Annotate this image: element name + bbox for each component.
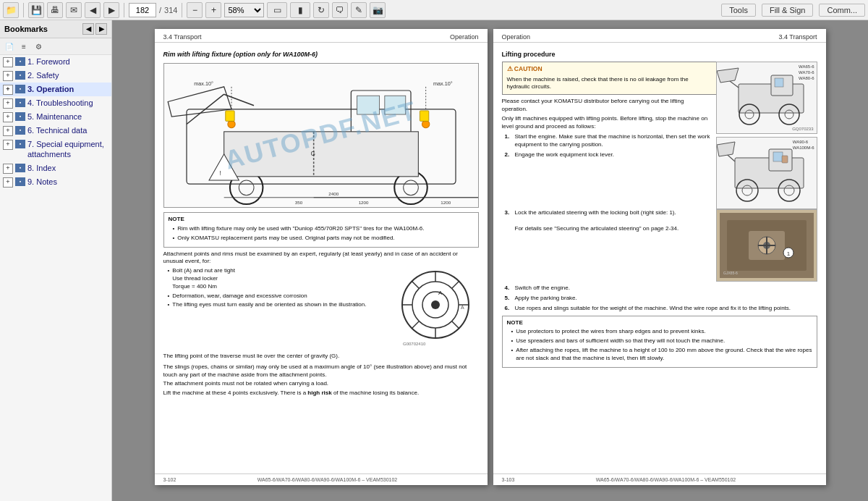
email-button[interactable]: ✉ bbox=[66, 2, 82, 18]
diagram1-svg bbox=[717, 62, 811, 127]
left-lower-section: Bolt (A) and nut are tightUse thread loc… bbox=[163, 267, 479, 350]
step1-text: Start the engine. Make sure that the mac… bbox=[515, 133, 710, 149]
expand-button[interactable]: ▶ bbox=[95, 23, 107, 35]
sidebar-label-index: 8. Index bbox=[27, 163, 109, 173]
loader-svg: max.10° max.10° 1200 1200 2400 bbox=[164, 64, 478, 207]
fit-page-button[interactable]: ▭ bbox=[267, 2, 287, 18]
sidebar-settings-button[interactable]: ⚙ bbox=[32, 40, 45, 53]
toggle-maintenance[interactable]: + bbox=[3, 112, 13, 122]
sidebar-item-troubleshooting[interactable]: + ▪ 4. Troubleshooting bbox=[0, 96, 111, 110]
step-4: 4. Switch off the engine. bbox=[502, 285, 817, 292]
step6-num: 6. bbox=[505, 305, 515, 313]
toggle-index[interactable]: + bbox=[3, 164, 13, 174]
rotate-button[interactable]: ↻ bbox=[313, 2, 329, 18]
step5-text: Apply the parking brake. bbox=[515, 295, 577, 303]
prev-page-button[interactable]: ◀ bbox=[85, 2, 101, 18]
print-button[interactable]: 🖶 bbox=[47, 2, 63, 18]
bookmark-icon-operation: ▪ bbox=[15, 85, 25, 93]
right-page-header: Operation 3.4 Transport bbox=[493, 29, 826, 43]
diagram1-models: WA65-6WA70-6WA80-6 bbox=[799, 64, 814, 81]
zoom-in-button[interactable]: + bbox=[205, 2, 221, 18]
svg-rect-48 bbox=[775, 78, 783, 87]
next-page-button[interactable]: ▶ bbox=[103, 2, 119, 18]
sidebar-item-technical[interactable]: + ▪ 6. Technical data bbox=[0, 124, 111, 138]
svg-rect-11 bbox=[224, 132, 418, 177]
step-1: 1. Start the engine. Make sure that the … bbox=[502, 133, 710, 149]
bookmark-icon-special: ▪ bbox=[15, 140, 25, 148]
svg-point-21 bbox=[227, 120, 234, 127]
step2-num: 2. bbox=[505, 151, 515, 159]
photo1-svg: 1 GJX65-6 bbox=[720, 213, 814, 278]
comment-panel-button[interactable]: Comm... bbox=[819, 4, 865, 17]
right-page-footer: 3-103 WA65-6/WA70-6/WA80-6/WA90-6/WA100M… bbox=[493, 473, 826, 485]
svg-line-42 bbox=[412, 321, 419, 329]
left-header-right: Operation bbox=[450, 33, 479, 41]
sidebar-item-index[interactable]: + ▪ 8. Index bbox=[0, 161, 111, 175]
toolbar-right: Tools Fill & Sign Comm... bbox=[721, 4, 865, 17]
diagram1-box: WA65-6WA70-6WA80-6 GQ070233 bbox=[716, 62, 817, 134]
stamp-button[interactable]: 📷 bbox=[370, 2, 386, 18]
new-bookmark-button[interactable]: 📄 bbox=[3, 40, 16, 53]
left-note-title: NOTE bbox=[169, 216, 474, 224]
left-page-header: 3.4 Transport Operation bbox=[155, 29, 488, 43]
sidebar-item-maintenance[interactable]: + ▪ 5. Maintenance bbox=[0, 110, 111, 124]
left-footer-num: 3-102 bbox=[163, 477, 176, 482]
svg-point-10 bbox=[403, 180, 418, 195]
sidebar-label-notes: 9. Notes bbox=[27, 177, 109, 187]
separator bbox=[182, 3, 182, 17]
left-lower-text: Bolt (A) and nut are tightUse thread loc… bbox=[163, 267, 395, 350]
tools-button[interactable]: Tools bbox=[721, 4, 756, 17]
sidebar-item-operation[interactable]: + ▪ 3. Operation bbox=[0, 83, 111, 96]
svg-rect-2 bbox=[357, 96, 379, 114]
toggle-special[interactable]: + bbox=[3, 140, 13, 150]
svg-marker-6 bbox=[168, 87, 231, 117]
svg-rect-3 bbox=[384, 96, 405, 114]
left-header-left: 3.4 Transport bbox=[163, 33, 202, 41]
bookmark-icon-foreword: ▪ bbox=[15, 57, 25, 66]
zoom-select[interactable]: 58% 75% 100% 125% bbox=[224, 3, 264, 17]
fill-sign-button[interactable]: Fill & Sign bbox=[762, 4, 814, 17]
sidebar-item-notes[interactable]: + ▪ 9. Notes bbox=[0, 175, 111, 189]
step3-text: Lock the articulated steering with the l… bbox=[515, 209, 679, 232]
sidebar-item-safety[interactable]: + ▪ 2. Safety bbox=[0, 69, 111, 83]
page-total: 314 bbox=[164, 6, 177, 14]
toolbar: 📁 💾 🖶 ✉ ◀ ▶ 182 / 314 − + 58% 75% 100% 1… bbox=[0, 0, 868, 20]
sidebar-item-special[interactable]: + ▪ 7. Special equipment, attachments bbox=[0, 138, 111, 161]
fit-width-button[interactable]: ▮ bbox=[290, 2, 310, 18]
svg-text:max.10°: max.10° bbox=[194, 80, 213, 87]
bookmark-icon-safety: ▪ bbox=[15, 71, 25, 80]
step1-num: 1. bbox=[505, 133, 515, 149]
bookmark-icon-troubleshooting: ▪ bbox=[15, 98, 25, 107]
save-button[interactable]: 💾 bbox=[28, 2, 44, 18]
bookmark-icon-index: ▪ bbox=[15, 164, 25, 172]
toggle-troubleshooting[interactable]: + bbox=[3, 98, 13, 109]
sidebar-label-operation: 3. Operation bbox=[27, 84, 109, 94]
toggle-technical[interactable]: + bbox=[3, 126, 13, 136]
toggle-notes[interactable]: + bbox=[3, 177, 13, 188]
loader-diagram: AUTOPDF.NET bbox=[163, 63, 479, 208]
options-button[interactable]: ≡ bbox=[17, 40, 30, 53]
svg-text:G: G bbox=[310, 151, 315, 157]
comment-button[interactable]: 🗨 bbox=[332, 2, 348, 18]
open-button[interactable]: 📁 bbox=[3, 2, 19, 18]
sidebar-label-maintenance: 5. Maintenance bbox=[27, 111, 109, 122]
toggle-safety[interactable]: + bbox=[3, 71, 13, 81]
collapse-button[interactable]: ◀ bbox=[82, 23, 94, 35]
svg-marker-63 bbox=[717, 142, 735, 156]
right-note-bullet-3: After attaching the ropes, lift the mach… bbox=[507, 347, 812, 363]
highlight-button[interactable]: ✎ bbox=[351, 2, 367, 18]
pdf-page-left: 3.4 Transport Operation Rim with lifting… bbox=[155, 29, 488, 485]
left-body-text5: Lift the machine at these 4 points exclu… bbox=[163, 390, 479, 397]
toggle-foreword[interactable]: + bbox=[3, 57, 13, 67]
toggle-operation[interactable]: + bbox=[3, 85, 13, 95]
page-number-input[interactable]: 182 bbox=[129, 3, 156, 17]
right-footer-center: WA65-6/WA70-6/WA80-6/WA90-6/WA100M-6 – V… bbox=[596, 477, 736, 482]
step-2: 2. Engage the work equipment lock lever. bbox=[502, 151, 710, 159]
step4-text: Switch off the engine. bbox=[515, 285, 570, 292]
sidebar-item-foreword[interactable]: + ▪ 1. Foreword bbox=[0, 55, 111, 69]
zoom-out-button[interactable]: − bbox=[187, 2, 203, 18]
sidebar-label-foreword: 1. Foreword bbox=[27, 56, 109, 67]
svg-text:A: A bbox=[438, 290, 443, 296]
caution-title: ⚠ CAUTION bbox=[507, 65, 710, 73]
svg-line-41 bbox=[452, 281, 459, 288]
